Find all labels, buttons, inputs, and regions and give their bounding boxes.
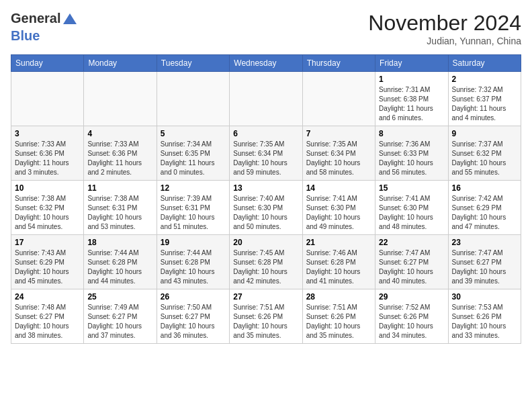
day-info: Sunrise: 7:46 AM Sunset: 6:28 PM Dayligh… [306, 248, 371, 286]
day-number: 14 [306, 183, 371, 193]
day-number: 1 [379, 75, 444, 84]
calendar-cell-1-6: 9Sunrise: 7:37 AM Sunset: 6:32 PM Daylig… [448, 126, 521, 181]
calendar-cell-0-6: 2Sunrise: 7:32 AM Sunset: 6:37 PM Daylig… [448, 72, 521, 126]
calendar-cell-0-3 [230, 72, 302, 126]
day-number: 22 [379, 238, 444, 247]
calendar-row-3: 17Sunrise: 7:43 AM Sunset: 6:29 PM Dayli… [11, 235, 521, 289]
day-number: 29 [379, 292, 444, 302]
calendar-cell-1-3: 6Sunrise: 7:35 AM Sunset: 6:34 PM Daylig… [230, 126, 302, 181]
title-block: November 2024 Judian, Yunnan, China [368, 11, 521, 46]
day-number: 24 [15, 292, 80, 302]
day-info: Sunrise: 7:47 AM Sunset: 6:27 PM Dayligh… [452, 248, 517, 286]
calendar-cell-3-0: 17Sunrise: 7:43 AM Sunset: 6:29 PM Dayli… [11, 235, 84, 289]
day-number: 15 [379, 183, 444, 193]
location: Judian, Yunnan, China [368, 36, 521, 46]
calendar-cell-4-2: 26Sunrise: 7:50 AM Sunset: 6:27 PM Dayli… [157, 289, 229, 344]
day-info: Sunrise: 7:35 AM Sunset: 6:34 PM Dayligh… [233, 140, 298, 177]
calendar-cell-2-3: 13Sunrise: 7:40 AM Sunset: 6:30 PM Dayli… [230, 181, 302, 235]
day-info: Sunrise: 7:36 AM Sunset: 6:33 PM Dayligh… [379, 140, 444, 177]
calendar-cell-2-5: 15Sunrise: 7:41 AM Sunset: 6:30 PM Dayli… [375, 181, 448, 235]
calendar-cell-0-0 [11, 72, 84, 126]
calendar-cell-2-2: 12Sunrise: 7:39 AM Sunset: 6:31 PM Dayli… [157, 181, 229, 235]
day-number: 23 [452, 238, 517, 247]
weekday-header-row: Sunday Monday Tuesday Wednesday Thursday… [11, 55, 521, 72]
calendar-cell-1-0: 3Sunrise: 7:33 AM Sunset: 6:36 PM Daylig… [11, 126, 84, 181]
day-info: Sunrise: 7:47 AM Sunset: 6:27 PM Dayligh… [379, 248, 444, 286]
calendar-cell-4-3: 27Sunrise: 7:51 AM Sunset: 6:26 PM Dayli… [230, 289, 302, 344]
day-info: Sunrise: 7:38 AM Sunset: 6:31 PM Dayligh… [87, 194, 152, 232]
calendar-cell-1-2: 5Sunrise: 7:34 AM Sunset: 6:35 PM Daylig… [157, 126, 229, 181]
day-info: Sunrise: 7:38 AM Sunset: 6:32 PM Dayligh… [15, 194, 80, 232]
calendar-cell-3-3: 20Sunrise: 7:45 AM Sunset: 6:28 PM Dayli… [230, 235, 302, 289]
calendar-row-4: 24Sunrise: 7:48 AM Sunset: 6:27 PM Dayli… [11, 289, 521, 344]
day-number: 16 [452, 183, 517, 193]
day-info: Sunrise: 7:48 AM Sunset: 6:27 PM Dayligh… [15, 303, 80, 340]
calendar-cell-3-6: 23Sunrise: 7:47 AM Sunset: 6:27 PM Dayli… [448, 235, 521, 289]
day-number: 21 [306, 238, 371, 247]
calendar-cell-0-4 [302, 72, 375, 126]
calendar-cell-4-5: 29Sunrise: 7:52 AM Sunset: 6:26 PM Dayli… [375, 289, 448, 344]
day-number: 9 [452, 129, 517, 138]
header-thursday: Thursday [302, 55, 375, 72]
day-info: Sunrise: 7:44 AM Sunset: 6:28 PM Dayligh… [87, 248, 152, 286]
day-info: Sunrise: 7:44 AM Sunset: 6:28 PM Dayligh… [161, 248, 226, 286]
calendar-cell-2-6: 16Sunrise: 7:42 AM Sunset: 6:29 PM Dayli… [448, 181, 521, 235]
calendar-cell-4-1: 25Sunrise: 7:49 AM Sunset: 6:27 PM Dayli… [84, 289, 157, 344]
day-info: Sunrise: 7:32 AM Sunset: 6:37 PM Dayligh… [452, 85, 517, 123]
day-info: Sunrise: 7:35 AM Sunset: 6:34 PM Dayligh… [306, 140, 371, 177]
calendar-cell-1-4: 7Sunrise: 7:35 AM Sunset: 6:34 PM Daylig… [302, 126, 375, 181]
day-number: 6 [233, 129, 298, 138]
day-number: 12 [161, 183, 226, 193]
day-info: Sunrise: 7:50 AM Sunset: 6:27 PM Dayligh… [161, 303, 226, 340]
day-info: Sunrise: 7:34 AM Sunset: 6:35 PM Dayligh… [161, 140, 226, 177]
calendar-table: Sunday Monday Tuesday Wednesday Thursday… [11, 54, 521, 344]
day-info: Sunrise: 7:33 AM Sunset: 6:36 PM Dayligh… [15, 140, 80, 177]
day-info: Sunrise: 7:53 AM Sunset: 6:26 PM Dayligh… [452, 303, 517, 340]
day-number: 19 [161, 238, 226, 247]
day-number: 30 [452, 292, 517, 302]
logo-blue: Blue [11, 28, 40, 43]
svg-marker-0 [63, 13, 77, 24]
page-header: General Blue November 2024 Judian, Yunna… [11, 11, 521, 46]
day-number: 28 [306, 292, 371, 302]
calendar-cell-1-1: 4Sunrise: 7:33 AM Sunset: 6:36 PM Daylig… [84, 126, 157, 181]
day-number: 11 [87, 183, 152, 193]
day-number: 7 [306, 129, 371, 138]
day-number: 3 [15, 129, 80, 138]
day-number: 4 [87, 129, 152, 138]
calendar-cell-3-2: 19Sunrise: 7:44 AM Sunset: 6:28 PM Dayli… [157, 235, 229, 289]
calendar-cell-3-4: 21Sunrise: 7:46 AM Sunset: 6:28 PM Dayli… [302, 235, 375, 289]
day-number: 5 [161, 129, 226, 138]
logo-icon [62, 12, 78, 28]
day-number: 26 [161, 292, 226, 302]
calendar-cell-4-4: 28Sunrise: 7:51 AM Sunset: 6:26 PM Dayli… [302, 289, 375, 344]
header-friday: Friday [375, 55, 448, 72]
logo-general: General [11, 11, 60, 26]
calendar-cell-2-1: 11Sunrise: 7:38 AM Sunset: 6:31 PM Dayli… [84, 181, 157, 235]
day-info: Sunrise: 7:45 AM Sunset: 6:28 PM Dayligh… [233, 248, 298, 286]
day-number: 27 [233, 292, 298, 302]
logo-text: General Blue [11, 11, 79, 44]
calendar-cell-4-6: 30Sunrise: 7:53 AM Sunset: 6:26 PM Dayli… [448, 289, 521, 344]
day-number: 20 [233, 238, 298, 247]
calendar-cell-1-5: 8Sunrise: 7:36 AM Sunset: 6:33 PM Daylig… [375, 126, 448, 181]
day-info: Sunrise: 7:31 AM Sunset: 6:38 PM Dayligh… [379, 85, 444, 123]
header-sunday: Sunday [11, 55, 84, 72]
header-monday: Monday [84, 55, 157, 72]
day-number: 2 [452, 75, 517, 84]
day-info: Sunrise: 7:37 AM Sunset: 6:32 PM Dayligh… [452, 140, 517, 177]
day-info: Sunrise: 7:51 AM Sunset: 6:26 PM Dayligh… [306, 303, 371, 340]
day-info: Sunrise: 7:41 AM Sunset: 6:30 PM Dayligh… [306, 194, 371, 232]
day-info: Sunrise: 7:33 AM Sunset: 6:36 PM Dayligh… [87, 140, 152, 177]
header-wednesday: Wednesday [230, 55, 302, 72]
calendar-row-2: 10Sunrise: 7:38 AM Sunset: 6:32 PM Dayli… [11, 181, 521, 235]
day-info: Sunrise: 7:41 AM Sunset: 6:30 PM Dayligh… [379, 194, 444, 232]
header-tuesday: Tuesday [157, 55, 229, 72]
calendar-cell-3-5: 22Sunrise: 7:47 AM Sunset: 6:27 PM Dayli… [375, 235, 448, 289]
day-number: 10 [15, 183, 80, 193]
calendar-cell-0-5: 1Sunrise: 7:31 AM Sunset: 6:38 PM Daylig… [375, 72, 448, 126]
day-info: Sunrise: 7:51 AM Sunset: 6:26 PM Dayligh… [233, 303, 298, 340]
calendar-row-0: 1Sunrise: 7:31 AM Sunset: 6:38 PM Daylig… [11, 72, 521, 126]
logo: General Blue [11, 11, 79, 44]
day-number: 17 [15, 238, 80, 247]
